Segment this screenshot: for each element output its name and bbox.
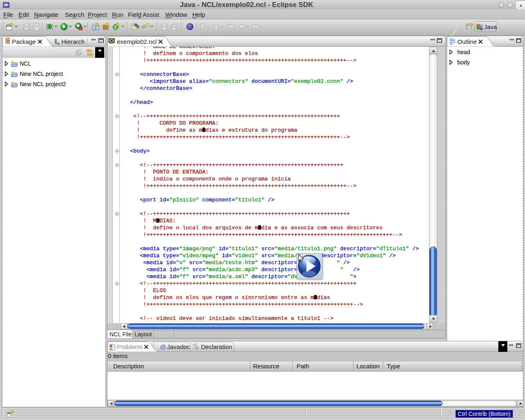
svg-text:J: J: [481, 24, 483, 28]
svg-text:J: J: [94, 26, 96, 30]
